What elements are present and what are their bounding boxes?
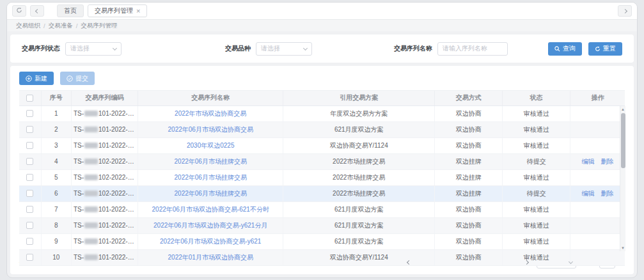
plus-circle-icon (26, 75, 32, 82)
sequence-name-input[interactable]: 请输入序列名称 (437, 42, 508, 56)
refresh-icon (595, 46, 601, 52)
row-checkbox[interactable] (26, 158, 33, 165)
row-checkbox[interactable] (26, 190, 33, 197)
row-checkbox[interactable] (26, 254, 33, 261)
reload-button[interactable] (12, 5, 26, 17)
close-icon[interactable]: × (136, 8, 140, 15)
tab-home[interactable]: 首页 (57, 4, 84, 17)
row-checkbox[interactable] (26, 174, 33, 181)
sequence-name-link[interactable]: 2030年双边0225 (187, 142, 235, 149)
status-select[interactable]: 请选择 (65, 42, 122, 56)
sequence-name-link[interactable]: 2022年06月市场挂牌交易 (175, 174, 247, 181)
column-header-code: 交易序列编码 (71, 91, 137, 105)
breadcrumb-item[interactable]: 交易序列管理 (81, 22, 117, 30)
breadcrumb-item[interactable]: 交易组织 (16, 22, 40, 30)
scrollbar-thumb[interactable] (621, 113, 625, 168)
row-code: TS-101-2022-7951 (71, 201, 137, 217)
breadcrumb-separator: / (76, 22, 78, 29)
action-link[interactable]: 删除 (601, 158, 614, 165)
row-checkbox[interactable] (26, 142, 33, 149)
scroll-up-icon[interactable]: ▲ (620, 106, 626, 113)
method-cell: 双边挂牌 (435, 185, 503, 201)
new-button[interactable]: 新建 (19, 72, 54, 85)
action-link[interactable]: 编辑 (582, 158, 595, 165)
code-prefix: TS- (74, 110, 84, 117)
sequence-name-link[interactable]: 2022年06月市场双边协商交易-y621 (160, 238, 261, 245)
row-checkbox[interactable] (26, 206, 33, 213)
code-prefix: TS- (74, 142, 84, 149)
sequence-name-link[interactable]: 2022年06月市场双边协商交易 (168, 126, 253, 133)
row-code: TS-101-2022-7949 (71, 217, 137, 233)
row-index: 3 (41, 137, 71, 153)
table-row: 10 TS-101-2022-7937 2022年01月市场双边协商交易 双边协… (19, 249, 625, 265)
action-link[interactable]: 删除 (601, 190, 614, 197)
scroll-down-icon[interactable]: ▼ (620, 245, 626, 251)
table-row: 8 TS-101-2022-7949 2022年06月市场双边协商交易-y621… (19, 217, 625, 233)
row-index: 1 (41, 105, 71, 121)
search-button-label: 查询 (563, 44, 576, 53)
select-placeholder: 请选择 (261, 44, 280, 53)
scheme-cell: 双边协商交易Y/1124 (283, 137, 435, 153)
select-all-checkbox[interactable] (26, 95, 33, 102)
back-button[interactable] (30, 5, 44, 17)
row-checkbox[interactable] (26, 222, 33, 229)
next-page-button[interactable] (525, 261, 528, 264)
code-suffix: 101-2022-7937 (98, 254, 138, 261)
sequence-name-link[interactable]: 2022年06月市场双边协商交易-621不分时 (152, 206, 269, 213)
status-label: 交易序列状态 (22, 44, 60, 53)
tab-label: 交易序列管理 (95, 6, 133, 15)
tab-sequence-management[interactable]: 交易序列管理 × (88, 4, 147, 17)
prev-page-button[interactable] (407, 261, 411, 264)
table-scrollbar[interactable]: ▲ ▼ (620, 106, 625, 251)
action-link[interactable]: 编辑 (582, 190, 595, 197)
status-cell: 审核通过 (503, 121, 570, 137)
row-checkbox-cell (19, 153, 41, 169)
row-index: 2 (41, 121, 71, 137)
status-cell: 审核通过 (503, 201, 570, 217)
actions-cell (570, 169, 625, 185)
sequence-name-link[interactable]: 2022年06月市场双边协商交易-y621分月 (153, 222, 267, 229)
status-cell: 审核通过 (503, 249, 570, 265)
method-cell: 双边协商 (435, 105, 503, 121)
row-checkbox[interactable] (26, 110, 33, 117)
row-checkbox[interactable] (26, 126, 33, 133)
row-checkbox-cell (19, 169, 41, 185)
row-name-cell: 2022年06月市场挂牌交易 (138, 169, 283, 185)
code-suffix: 101-2022-7948 (98, 238, 138, 245)
variety-select[interactable]: 请选择 (256, 42, 312, 56)
filter-panel: 交易序列状态 请选择 交易品种 请选择 交易序列名称 请输入序列名称 (10, 35, 634, 63)
main-panel: 新建 提交 序号 交易序列编码 (10, 66, 634, 274)
table-row: 3 TS-101-2022-6172 2030年双边0225 双边协商交易Y/1… (19, 137, 625, 153)
status-cell: 审核通过 (503, 233, 570, 249)
column-header-status: 状态 (503, 91, 570, 105)
table-row: 9 TS-101-2022-7948 2022年06月市场双边协商交易-y621… (19, 233, 625, 249)
row-checkbox[interactable] (26, 238, 33, 245)
table-row: 5 TS-102-2022-7959 2022年06月市场挂牌交易 2022市场… (19, 169, 625, 185)
breadcrumb-item[interactable]: 交易准备 (49, 22, 73, 30)
sequence-name-link[interactable]: 2022年06月市场挂牌交易 (175, 158, 247, 165)
status-cell: 审核通过 (503, 105, 570, 121)
scheme-cell: 2022市场挂牌交易 (283, 185, 435, 201)
actions-cell (570, 137, 625, 153)
status-cell: 审核通过 (503, 169, 570, 185)
code-redacted-segment (84, 111, 98, 116)
status-cell: 待提交 (503, 153, 570, 169)
tab-scroll-right-button[interactable] (618, 5, 632, 17)
search-button[interactable]: 查询 (548, 42, 582, 56)
row-index: 4 (41, 153, 71, 169)
search-icon (554, 46, 560, 52)
code-suffix: 102-2022-7960 (98, 158, 138, 165)
row-name-cell: 2022年06月市场双边协商交易 (138, 121, 283, 137)
status-cell: 待提交 (503, 185, 570, 201)
method-cell: 双边协商 (435, 217, 503, 233)
sequence-name-link[interactable]: 2022年市场双边协商交易 (175, 110, 246, 117)
code-prefix: TS- (74, 222, 84, 229)
sequence-name-link[interactable]: 2022年06月市场挂牌交易 (175, 190, 247, 197)
column-header-actions: 操作 (570, 91, 625, 105)
code-suffix: 101-2022-7949 (98, 222, 138, 229)
reset-button[interactable]: 重置 (588, 42, 622, 56)
row-code: TS-101-2022-7937 (71, 249, 137, 265)
sequence-name-link[interactable]: 2022年01月市场双边协商交易 (168, 254, 253, 261)
filter-variety: 交易品种 请选择 (225, 42, 312, 56)
submit-button[interactable]: 提交 (60, 72, 95, 85)
